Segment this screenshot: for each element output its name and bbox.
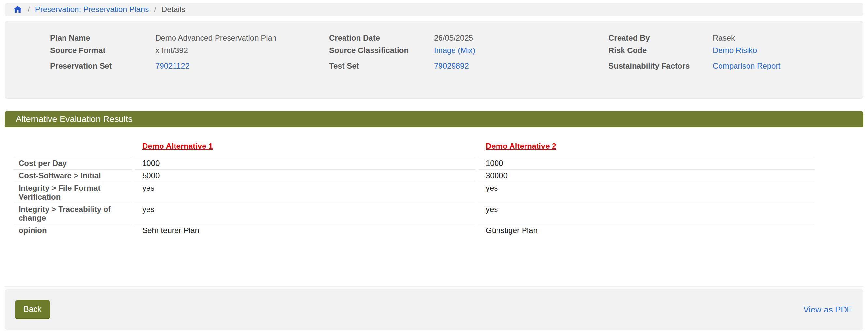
- details-row: Plan Name Demo Advanced Preservation Pla…: [50, 33, 863, 46]
- cell-value: 1000: [478, 157, 815, 169]
- field-label-sustainability-factors: Sustainability Factors: [609, 61, 713, 71]
- preservation-set-link[interactable]: 79021122: [155, 61, 329, 71]
- bottom-action-bar: Back View as PDF: [5, 290, 863, 330]
- view-as-pdf-link[interactable]: View as PDF: [803, 305, 852, 315]
- alternative-2-link[interactable]: Demo Alternative 2: [486, 142, 556, 150]
- section-header-alternative-evaluation-results: Alternative Evaluation Results: [5, 111, 863, 127]
- breadcrumb-current-details: Details: [161, 5, 185, 14]
- cell-value: Günstiger Plan: [478, 224, 815, 236]
- cell-value: yes: [135, 203, 475, 224]
- field-label-plan-name: Plan Name: [50, 33, 155, 43]
- cell-value: yes: [478, 182, 815, 203]
- cell-value: Sehr teurer Plan: [135, 224, 475, 236]
- risk-code-link[interactable]: Demo Risiko: [713, 46, 863, 55]
- field-label-creation-date: Creation Date: [329, 33, 434, 43]
- row-label: Cost per Day: [13, 157, 132, 169]
- row-label: opinion: [13, 224, 132, 236]
- page: / Preservation: Preservation Plans / Det…: [0, 0, 868, 333]
- alternative-1-link[interactable]: Demo Alternative 1: [142, 142, 213, 150]
- alternative-evaluation-section: Alternative Evaluation Results Demo Alte…: [5, 111, 863, 287]
- table-row-cost-software-initial: Cost-Software > Initial 5000 30000: [13, 169, 815, 182]
- breadcrumb-separator: /: [154, 5, 156, 14]
- field-label-preservation-set: Preservation Set: [50, 61, 155, 71]
- cell-value: yes: [478, 203, 815, 224]
- field-value-created-by: Rasek: [713, 33, 863, 43]
- table-row-integrity-traceability-of-change: Integrity > Traceability of change yes y…: [13, 203, 815, 224]
- test-set-link[interactable]: 79029892: [434, 61, 609, 71]
- cell-value: 5000: [135, 169, 475, 182]
- home-icon: [13, 5, 23, 14]
- row-label: Integrity > Traceability of change: [13, 203, 132, 224]
- table-corner-cell: [13, 127, 132, 157]
- breadcrumb-home-link[interactable]: [13, 5, 23, 14]
- field-label-created-by: Created By: [609, 33, 713, 43]
- field-value-plan-name: Demo Advanced Preservation Plan: [155, 33, 329, 43]
- row-label: Cost-Software > Initial: [13, 169, 132, 182]
- row-label: Integrity > File Format Verification: [13, 182, 132, 203]
- field-label-test-set: Test Set: [329, 61, 434, 71]
- table-row-opinion: opinion Sehr teurer Plan Günstiger Plan: [13, 224, 815, 236]
- source-classification-link[interactable]: Image (Mix): [434, 46, 609, 55]
- back-button[interactable]: Back: [15, 300, 50, 319]
- table-header-row: Demo Alternative 1 Demo Alternative 2: [13, 127, 815, 157]
- cell-value: 1000: [135, 157, 475, 169]
- alternative-2-header: Demo Alternative 2: [478, 127, 815, 157]
- details-row: Source Format x-fmt/392 Source Classific…: [50, 46, 863, 58]
- evaluation-table: Demo Alternative 1 Demo Alternative 2 Co…: [10, 127, 818, 236]
- details-row: Preservation Set 79021122 Test Set 79029…: [50, 61, 863, 73]
- field-value-creation-date: 26/05/2025: [434, 33, 609, 43]
- field-label-risk-code: Risk Code: [609, 46, 713, 55]
- plan-details-panel: Plan Name Demo Advanced Preservation Pla…: [5, 21, 863, 99]
- breadcrumb: / Preservation: Preservation Plans / Det…: [5, 3, 863, 16]
- cell-value: 30000: [478, 169, 815, 182]
- field-label-source-format: Source Format: [50, 46, 155, 55]
- field-value-source-format: x-fmt/392: [155, 46, 329, 55]
- field-label-source-classification: Source Classification: [329, 46, 434, 55]
- breadcrumb-separator: /: [28, 5, 30, 14]
- alternative-1-header: Demo Alternative 1: [135, 127, 475, 157]
- comparison-report-link[interactable]: Comparison Report: [713, 61, 863, 71]
- cell-value: yes: [135, 182, 475, 203]
- table-row-cost-per-day: Cost per Day 1000 1000: [13, 157, 815, 169]
- breadcrumb-link-preservation-plans[interactable]: Preservation: Preservation Plans: [35, 5, 149, 14]
- evaluation-results-body: Demo Alternative 1 Demo Alternative 2 Co…: [5, 127, 863, 287]
- table-row-integrity-file-format-verification: Integrity > File Format Verification yes…: [13, 182, 815, 203]
